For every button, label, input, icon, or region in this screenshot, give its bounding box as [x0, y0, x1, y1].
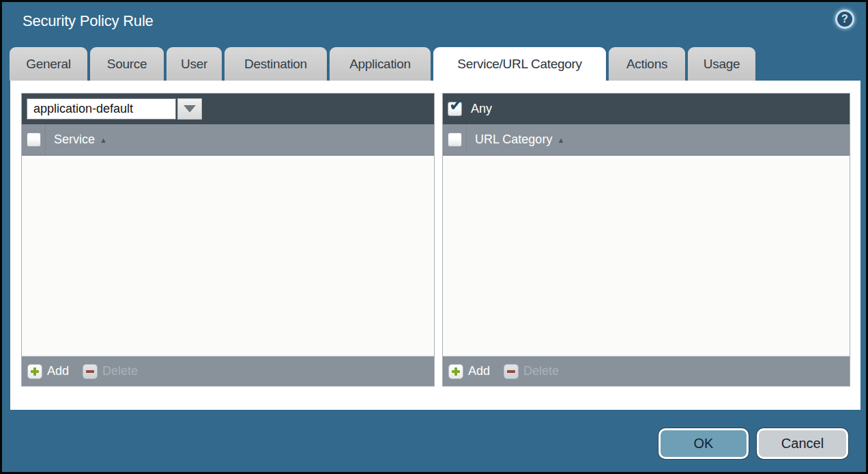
triangle-up-icon: ▲	[100, 136, 107, 144]
tab-application[interactable]: Application	[330, 47, 431, 81]
url-category-select-all-cell	[443, 124, 467, 155]
chevron-down-glyph	[184, 105, 196, 113]
service-panel-footer: Add Delete	[22, 356, 434, 386]
security-policy-rule-dialog: Security Policy Rule ? General Source Us…	[0, 0, 868, 474]
url-category-column-header[interactable]: URL Category	[475, 133, 552, 147]
any-checkbox[interactable]: ✔	[448, 102, 462, 116]
delete-url-category-button[interactable]: Delete	[504, 364, 559, 379]
service-type-dropdown[interactable]: application-default	[27, 98, 202, 120]
tab-content: application-default Service ▲ Add	[10, 81, 860, 410]
minus-icon	[83, 364, 98, 379]
tab-service-url-category[interactable]: Service/URL Category	[433, 47, 606, 81]
service-list-body[interactable]	[22, 156, 434, 356]
tab-general[interactable]: General	[10, 47, 87, 81]
url-category-panel: ✔ Any URL Category ▲ Add Delete	[442, 93, 850, 387]
service-panel: application-default Service ▲ Add	[21, 93, 435, 387]
url-category-panel-toolbar: ✔ Any	[443, 94, 850, 124]
url-category-table-header: URL Category ▲	[443, 124, 850, 156]
tab-destination[interactable]: Destination	[225, 47, 327, 81]
ok-button[interactable]: OK	[659, 428, 749, 459]
cancel-button[interactable]: Cancel	[757, 428, 848, 459]
any-label: Any	[471, 102, 492, 116]
add-service-label: Add	[47, 364, 69, 378]
delete-service-label: Delete	[102, 364, 138, 378]
dialog-title: Security Policy Rule	[23, 12, 154, 30]
help-icon[interactable]: ?	[835, 10, 854, 29]
triangle-up-icon: ▲	[557, 136, 564, 144]
tab-usage[interactable]: Usage	[688, 47, 755, 81]
service-select-all-cell	[22, 124, 46, 155]
minus-icon	[504, 364, 519, 379]
service-table-header: Service ▲	[22, 124, 434, 156]
delete-url-category-label: Delete	[523, 364, 559, 378]
plus-icon	[27, 364, 42, 379]
tab-source[interactable]: Source	[90, 47, 164, 81]
title-bar: Security Policy Rule ?	[2, 2, 866, 47]
add-service-button[interactable]: Add	[27, 364, 69, 379]
checkmark-icon: ✔	[449, 97, 463, 113]
tab-actions[interactable]: Actions	[609, 47, 685, 81]
add-url-category-button[interactable]: Add	[448, 364, 490, 379]
tab-bar: General Source User Destination Applicat…	[10, 47, 755, 81]
service-column-header[interactable]: Service	[54, 133, 95, 147]
url-category-panel-footer: Add Delete	[443, 356, 850, 386]
plus-icon	[448, 364, 463, 379]
service-panel-toolbar: application-default	[22, 94, 434, 124]
help-glyph: ?	[841, 14, 848, 25]
select-all-url-categories-checkbox[interactable]	[448, 133, 462, 147]
delete-service-button[interactable]: Delete	[83, 364, 138, 379]
chevron-down-icon[interactable]	[177, 98, 202, 120]
add-url-category-label: Add	[468, 364, 490, 378]
service-type-value[interactable]: application-default	[27, 98, 176, 120]
url-category-list-body[interactable]	[443, 156, 850, 356]
tab-user[interactable]: User	[167, 47, 222, 81]
select-all-services-checkbox[interactable]	[27, 133, 41, 147]
